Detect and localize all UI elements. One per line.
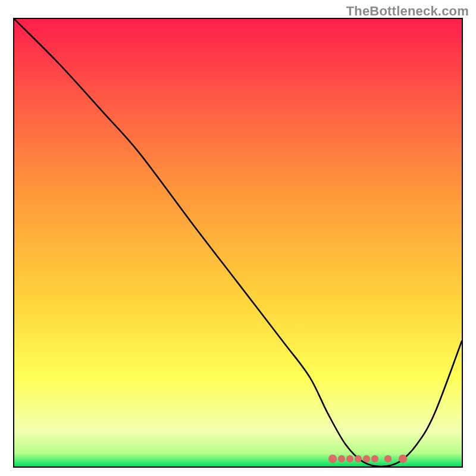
marker-dot (371, 455, 378, 462)
chart-frame: TheBottleneck.com (0, 0, 476, 476)
marker-dot (399, 455, 407, 463)
marker-dot (355, 455, 362, 462)
plot-area (13, 18, 463, 468)
marker-dot (384, 455, 392, 462)
marker-dot (328, 455, 337, 463)
plot-svg (14, 19, 462, 466)
marker-dot (363, 455, 370, 462)
watermark-text: TheBottleneck.com (346, 4, 469, 19)
optimal-range-markers (328, 455, 407, 463)
marker-dot (346, 455, 353, 462)
marker-dot (338, 455, 345, 462)
gradient-background (14, 19, 462, 466)
